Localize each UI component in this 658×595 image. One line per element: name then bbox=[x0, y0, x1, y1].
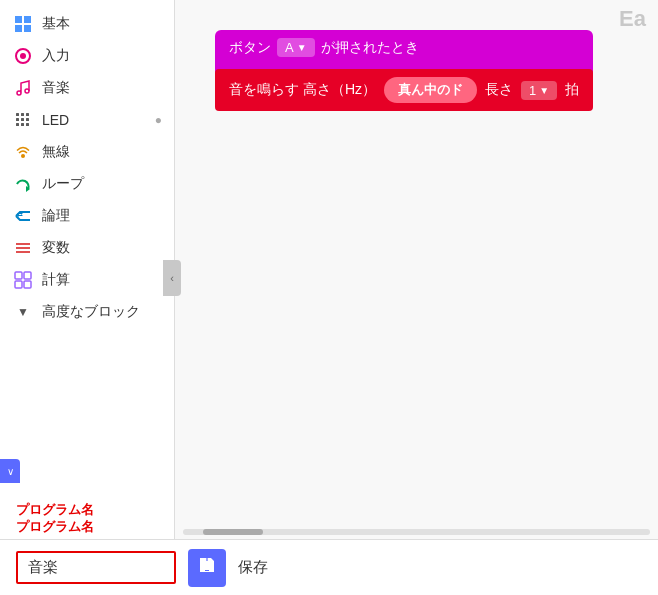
sound-prefix: 音を鳴らす 高さ（Hz） bbox=[229, 81, 376, 99]
button-dropdown[interactable]: A ▼ bbox=[277, 38, 315, 57]
length-suffix: 拍 bbox=[565, 81, 579, 99]
sidebar-label-radio: 無線 bbox=[42, 143, 70, 161]
svg-rect-22 bbox=[15, 272, 22, 279]
led-icon bbox=[12, 111, 34, 129]
svg-rect-12 bbox=[26, 118, 29, 121]
bottom-collapse-handle[interactable]: ∨ bbox=[0, 459, 20, 483]
main-layout: 基本 入力 音楽 LED ● 無線 bbox=[0, 0, 658, 539]
advanced-icon: ▼ bbox=[12, 305, 34, 319]
svg-rect-23 bbox=[24, 272, 31, 279]
sidebar-label-basic: 基本 bbox=[42, 15, 70, 33]
bottom-collapse-icon: ∨ bbox=[7, 466, 14, 477]
svg-rect-11 bbox=[21, 118, 24, 121]
sidebar-label-logic: 論理 bbox=[42, 207, 70, 225]
beat-value: 1 bbox=[529, 83, 536, 98]
led-toggle[interactable]: ● bbox=[155, 113, 162, 127]
sidebar-item-advanced[interactable]: ▼ 高度なブロック bbox=[0, 296, 174, 328]
svg-rect-25 bbox=[24, 281, 31, 288]
svg-rect-2 bbox=[15, 25, 22, 32]
save-button[interactable] bbox=[188, 549, 226, 587]
beat-dropdown[interactable]: 1 ▼ bbox=[521, 81, 557, 100]
sidebar-label-variables: 変数 bbox=[42, 239, 70, 257]
input-icon bbox=[12, 47, 34, 65]
sidebar-item-logic[interactable]: ⇄ 論理 bbox=[0, 200, 174, 232]
save-icon bbox=[197, 555, 217, 580]
button-value: A bbox=[285, 40, 294, 55]
sidebar-label-loop: ループ bbox=[42, 175, 84, 193]
canvas-area: Ea ボタン A ▼ が押されたとき 音を鳴らす 高さ（Hz） 真ん中のド 長さ bbox=[175, 0, 658, 539]
note-label: 真ん中のド bbox=[398, 82, 463, 97]
sidebar-item-input[interactable]: 入力 bbox=[0, 40, 174, 72]
length-prefix: 長さ bbox=[485, 81, 513, 99]
dropdown-arrow-icon: ▼ bbox=[297, 42, 307, 53]
svg-rect-3 bbox=[24, 25, 31, 32]
ea-watermark: Ea bbox=[619, 6, 646, 32]
program-name-label: プログラム名 bbox=[16, 519, 94, 534]
sidebar-label-music: 音楽 bbox=[42, 79, 70, 97]
block-sound[interactable]: 音を鳴らす 高さ（Hz） 真ん中のド 長さ 1 ▼ 拍 bbox=[215, 69, 593, 111]
sidebar-item-radio[interactable]: 無線 bbox=[0, 136, 174, 168]
svg-point-16 bbox=[21, 154, 25, 158]
svg-rect-7 bbox=[16, 113, 19, 116]
svg-rect-9 bbox=[26, 113, 29, 116]
svg-rect-8 bbox=[21, 113, 24, 116]
sidebar-label-math: 計算 bbox=[42, 271, 70, 289]
sidebar-collapse-handle[interactable]: ‹ bbox=[163, 260, 181, 296]
program-name-label-float: プログラム名 bbox=[16, 502, 94, 517]
sidebar-label-input: 入力 bbox=[42, 47, 70, 65]
sidebar: 基本 入力 音楽 LED ● 無線 bbox=[0, 0, 175, 539]
sidebar-item-led[interactable]: LED ● bbox=[0, 104, 174, 136]
canvas-scrollbar[interactable] bbox=[183, 529, 650, 535]
beat-arrow-icon: ▼ bbox=[539, 85, 549, 96]
canvas-scrollbar-thumb bbox=[203, 529, 263, 535]
sidebar-label-led: LED bbox=[42, 112, 69, 128]
sidebar-item-math[interactable]: 計算 bbox=[0, 264, 174, 296]
sidebar-item-loop[interactable]: ループ bbox=[0, 168, 174, 200]
collapse-arrow-icon: ‹ bbox=[170, 272, 174, 284]
svg-text:⇄: ⇄ bbox=[17, 211, 23, 218]
sidebar-item-variables[interactable]: 変数 bbox=[0, 232, 174, 264]
block-container: ボタン A ▼ が押されたとき 音を鳴らす 高さ（Hz） 真ん中のド 長さ 1 … bbox=[215, 30, 593, 111]
sidebar-item-music[interactable]: 音楽 bbox=[0, 72, 174, 104]
radio-icon bbox=[12, 143, 34, 161]
svg-rect-24 bbox=[15, 281, 22, 288]
svg-point-5 bbox=[20, 53, 26, 59]
svg-rect-26 bbox=[202, 558, 209, 562]
note-badge[interactable]: 真ん中のド bbox=[384, 77, 477, 103]
svg-point-6 bbox=[25, 89, 29, 93]
logic-icon: ⇄ bbox=[12, 207, 34, 225]
basic-icon bbox=[12, 15, 34, 33]
variables-icon bbox=[12, 239, 34, 257]
svg-rect-10 bbox=[16, 118, 19, 121]
svg-rect-14 bbox=[21, 123, 24, 126]
svg-rect-15 bbox=[26, 123, 29, 126]
sidebar-label-advanced: 高度なブロック bbox=[42, 303, 140, 321]
svg-rect-27 bbox=[205, 566, 209, 570]
save-label: 保存 bbox=[238, 558, 268, 577]
svg-rect-1 bbox=[24, 16, 31, 23]
program-name-input[interactable] bbox=[16, 551, 176, 584]
svg-rect-0 bbox=[15, 16, 22, 23]
bottom-bar: プログラム名 保存 bbox=[0, 539, 658, 595]
event-suffix: が押されたとき bbox=[321, 39, 419, 57]
event-prefix: ボタン bbox=[229, 39, 271, 57]
svg-rect-13 bbox=[16, 123, 19, 126]
loop-icon bbox=[12, 175, 34, 193]
math-icon bbox=[12, 271, 34, 289]
music-icon bbox=[12, 79, 34, 97]
sidebar-item-basic[interactable]: 基本 bbox=[0, 8, 174, 40]
block-event[interactable]: ボタン A ▼ が押されたとき bbox=[215, 30, 593, 65]
